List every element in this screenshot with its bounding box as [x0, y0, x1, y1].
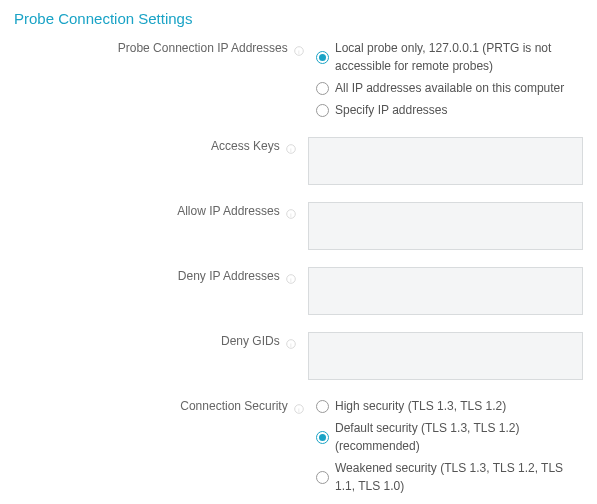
- svg-text:i: i: [290, 211, 291, 217]
- deny-ip-input[interactable]: [308, 267, 583, 315]
- radio-group-probe-ip: Local probe only, 127.0.0.1 (PRTG is not…: [314, 39, 583, 123]
- label-deny-ip: Deny IP Addresses i: [14, 267, 306, 285]
- radio-group-conn-security: High security (TLS 1.3, TLS 1.2) Default…: [314, 397, 583, 499]
- svg-text:i: i: [290, 146, 291, 152]
- allow-ip-input[interactable]: [308, 202, 583, 250]
- access-keys-input[interactable]: [308, 137, 583, 185]
- label-deny-gids: Deny GIDs i: [14, 332, 306, 350]
- label-access-keys: Access Keys i: [14, 137, 306, 155]
- field-deny-ip: Deny IP Addresses i: [14, 267, 583, 318]
- radio-icon: [316, 471, 329, 484]
- help-icon[interactable]: i: [286, 142, 296, 152]
- field-access-keys: Access Keys i: [14, 137, 583, 188]
- help-icon[interactable]: i: [286, 272, 296, 282]
- radio-icon: [316, 104, 329, 117]
- radio-probe-ip-local[interactable]: Local probe only, 127.0.0.1 (PRTG is not…: [316, 39, 583, 75]
- radio-icon: [316, 431, 329, 444]
- field-probe-ip: Probe Connection IP Addresses i Local pr…: [14, 39, 583, 123]
- help-icon[interactable]: i: [286, 337, 296, 347]
- radio-security-weak[interactable]: Weakened security (TLS 1.3, TLS 1.2, TLS…: [316, 459, 583, 495]
- svg-text:i: i: [290, 276, 291, 282]
- label-allow-ip: Allow IP Addresses i: [14, 202, 306, 220]
- svg-text:i: i: [290, 341, 291, 347]
- section-title: Probe Connection Settings: [14, 10, 583, 27]
- radio-security-high[interactable]: High security (TLS 1.3, TLS 1.2): [316, 397, 583, 415]
- label-conn-security: Connection Security i: [14, 397, 314, 415]
- radio-icon: [316, 400, 329, 413]
- svg-text:i: i: [298, 406, 299, 412]
- help-icon[interactable]: i: [286, 207, 296, 217]
- field-allow-ip: Allow IP Addresses i: [14, 202, 583, 253]
- radio-icon: [316, 51, 329, 64]
- radio-icon: [316, 82, 329, 95]
- help-icon[interactable]: i: [294, 402, 304, 412]
- field-deny-gids: Deny GIDs i: [14, 332, 583, 383]
- label-probe-ip: Probe Connection IP Addresses i: [14, 39, 314, 57]
- field-conn-security: Connection Security i High security (TLS…: [14, 397, 583, 499]
- radio-probe-ip-all[interactable]: All IP addresses available on this compu…: [316, 79, 583, 97]
- help-icon[interactable]: i: [294, 44, 304, 54]
- svg-text:i: i: [298, 48, 299, 54]
- radio-security-default[interactable]: Default security (TLS 1.3, TLS 1.2) (rec…: [316, 419, 583, 455]
- radio-probe-ip-specify[interactable]: Specify IP addresses: [316, 101, 583, 119]
- deny-gids-input[interactable]: [308, 332, 583, 380]
